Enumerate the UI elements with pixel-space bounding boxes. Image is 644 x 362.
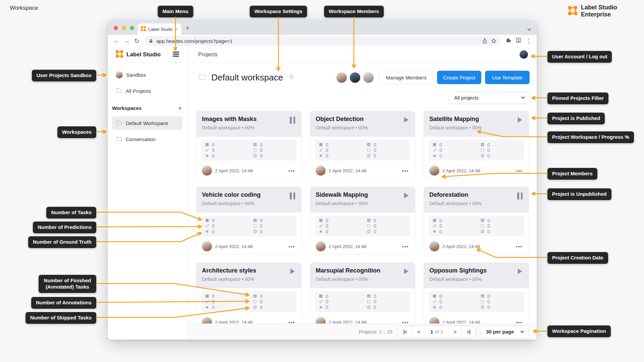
member-avatar[interactable] <box>349 72 361 83</box>
project-title[interactable]: Sidewalk Mapping <box>316 191 409 198</box>
project-title[interactable]: Opposum Sightings <box>429 267 523 274</box>
last-page-button[interactable]: >| <box>462 326 475 338</box>
forward-icon[interactable]: → <box>122 37 131 45</box>
sandbox-label: Sandbox <box>126 72 146 78</box>
extensions-puzzle-icon[interactable] <box>505 37 512 45</box>
project-menu-icon[interactable]: ••• <box>516 320 523 324</box>
project-card-header: Satellite Mapping Default workspace • 00… <box>424 111 529 137</box>
workspace-member-avatars[interactable] <box>336 72 374 83</box>
project-card[interactable]: Deforestation Default workspace • 00% 0 … <box>424 187 529 254</box>
browser-tab[interactable]: Label Studio × <box>138 23 181 35</box>
project-member-avatar[interactable] <box>202 317 212 323</box>
bookmark-star-icon[interactable] <box>491 38 497 44</box>
member-avatar[interactable] <box>336 72 347 83</box>
tasks-count: 0 <box>326 142 328 147</box>
address-bar[interactable]: app.heartex.com/projects?page=1 <box>145 36 501 46</box>
project-title[interactable]: Satellite Mapping <box>429 116 523 123</box>
project-card[interactable]: Vehicle color coding Default workspace •… <box>196 187 302 254</box>
pinned-projects-filter-select[interactable]: All projects <box>449 91 530 104</box>
main-menu-icon[interactable] <box>173 52 179 58</box>
project-member-avatar[interactable] <box>429 317 439 323</box>
browser-menu-icon[interactable]: ⋮ <box>526 37 532 45</box>
folder-icon <box>116 87 122 95</box>
next-page-button[interactable]: > <box>448 326 462 338</box>
project-card[interactable]: Object Detection Default workspace • 00%… <box>310 111 415 179</box>
workspace-settings-gear-icon[interactable] <box>288 73 295 82</box>
project-card[interactable]: Architecture styles Default workspace • … <box>196 262 302 323</box>
create-project-button[interactable]: Create Project <box>437 71 481 84</box>
window-controls[interactable] <box>114 26 134 30</box>
skipped-tasks-count: 0 <box>374 153 376 159</box>
project-title[interactable]: Marsupial Recognition <box>316 267 409 274</box>
workspace-item-label: Default Workspace <box>126 120 168 126</box>
project-member-avatar[interactable] <box>316 166 326 176</box>
project-menu-icon[interactable]: ••• <box>516 244 523 249</box>
project-menu-icon[interactable]: ••• <box>288 320 295 324</box>
predictions-count: 0 <box>326 223 328 229</box>
browser-window: Label Studio × + ← → ↻ app.heartex.com/p… <box>108 20 537 340</box>
project-member-avatar[interactable] <box>316 317 326 323</box>
project-title[interactable]: Architecture styles <box>202 267 295 274</box>
projects-grid: Images with Masks Default workspace • 00… <box>188 111 537 323</box>
manage-members-button[interactable]: Manage Members <box>379 71 434 84</box>
use-template-button[interactable]: Use Template <box>485 71 530 84</box>
project-menu-icon[interactable]: ••• <box>402 320 409 324</box>
project-title[interactable]: Deforestation <box>429 191 523 198</box>
back-icon[interactable]: ← <box>112 37 121 45</box>
prev-page-button[interactable]: < <box>412 326 425 338</box>
predictions-icon <box>319 224 323 228</box>
project-member-avatar[interactable] <box>429 166 439 176</box>
project-meta: Default workspace • 00% <box>316 277 409 282</box>
project-stats: 0 0 0 0 0 <box>201 291 297 312</box>
per-page-select[interactable]: 30 per page <box>481 325 529 338</box>
project-member-avatar[interactable] <box>202 166 212 176</box>
close-tab-icon[interactable]: × <box>175 26 178 32</box>
project-menu-icon[interactable]: ••• <box>288 244 295 249</box>
tasks-icon <box>319 142 323 147</box>
project-menu-icon[interactable]: ••• <box>402 168 409 173</box>
profile-panel-icon[interactable] <box>516 37 522 45</box>
share-icon[interactable] <box>482 38 488 44</box>
project-title[interactable]: Vehicle color coding <box>202 191 295 198</box>
project-card[interactable]: Marsupial Recognition Default workspace … <box>310 262 415 323</box>
ground-truth-count: 0 <box>326 305 328 310</box>
add-workspace-icon[interactable]: + <box>178 105 182 112</box>
zoom-window-icon <box>130 26 134 30</box>
tabbar-chevron-icon[interactable] <box>528 25 531 32</box>
sandbox-avatar <box>116 71 123 78</box>
callout-user-account: User Account / Log out <box>547 51 612 63</box>
project-card[interactable]: Satellite Mapping Default workspace • 00… <box>424 111 529 179</box>
tasks-count: 0 <box>439 142 442 147</box>
first-page-button[interactable]: |< <box>398 326 412 338</box>
project-title[interactable]: Images with Masks <box>202 116 295 123</box>
ground-truth-icon <box>432 154 437 158</box>
new-tab-icon[interactable]: + <box>185 24 190 32</box>
skipped-tasks-icon <box>367 305 371 309</box>
project-card[interactable]: Sidewalk Mapping Default workspace • 00%… <box>310 187 415 254</box>
annotations-count: 0 <box>487 299 490 304</box>
project-member-avatar[interactable] <box>316 241 326 251</box>
sidebar-item-default-workspace[interactable]: Default Workspace <box>112 116 182 130</box>
project-member-avatar[interactable] <box>429 241 439 251</box>
page-overlay-label: Workspace <box>10 5 38 11</box>
sidebar-item-sandbox[interactable]: Sandbox <box>112 70 183 80</box>
user-account-avatar[interactable] <box>520 50 528 59</box>
member-avatar[interactable] <box>363 72 374 83</box>
ground-truth-icon <box>205 305 209 309</box>
project-menu-icon[interactable]: ••• <box>516 168 523 173</box>
project-card-header: Deforestation Default workspace • 00% <box>424 187 529 213</box>
project-menu-icon[interactable]: ••• <box>288 168 295 173</box>
project-member-avatar[interactable] <box>202 241 212 251</box>
ground-truth-icon <box>319 305 323 309</box>
tasks-count: 0 <box>326 294 328 299</box>
project-menu-icon[interactable]: ••• <box>402 244 409 249</box>
sidebar-item-all-projects[interactable]: All Projects <box>112 86 183 96</box>
ground-truth-count: 0 <box>212 229 215 234</box>
callout-workspace-pagination: Workspace Pagination <box>547 325 611 337</box>
sidebar-item-conversation[interactable]: Conversation <box>112 132 182 146</box>
predictions-count: 0 <box>439 299 442 304</box>
reload-icon[interactable]: ↻ <box>132 37 141 45</box>
project-title[interactable]: Object Detection <box>316 116 409 123</box>
project-card[interactable]: Opposum Sightings Default workspace • 00… <box>424 262 529 323</box>
project-card[interactable]: Images with Masks Default workspace • 00… <box>196 111 302 179</box>
